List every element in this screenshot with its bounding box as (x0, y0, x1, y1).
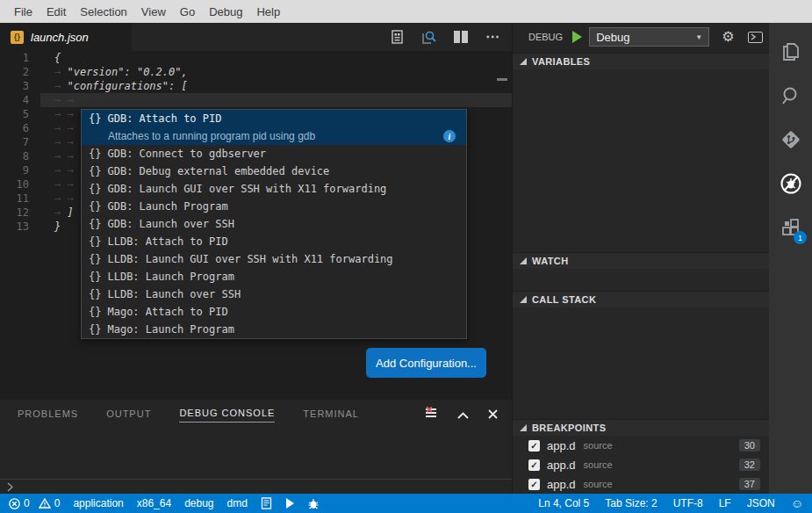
checkbox-checked-icon[interactable]: ✓ (528, 440, 540, 452)
suggest-item-selected[interactable]: {} GDB: Attach to PID (82, 110, 466, 127)
tab-problems[interactable]: PROBLEMS (18, 408, 78, 423)
line-number[interactable]: 5 (0, 107, 40, 121)
document-icon[interactable] (261, 497, 272, 509)
gear-icon[interactable]: ⚙ (722, 30, 734, 44)
split-editor-icon[interactable] (454, 31, 468, 43)
cursor-position[interactable]: Ln 4, Col 5 (538, 497, 589, 509)
snippet-braces-icon: {} (89, 235, 101, 248)
explorer-icon[interactable] (769, 30, 812, 74)
section-call-stack[interactable]: CALL STACK (513, 291, 769, 307)
section-watch[interactable]: WATCH (513, 252, 769, 269)
encoding[interactable]: UTF-8 (673, 497, 703, 509)
debug-configuration-select[interactable]: Debug ▼ (589, 27, 709, 47)
line-number[interactable]: 7 (0, 135, 40, 149)
suggest-item[interactable]: {}LLDB: Attach to PID (82, 233, 466, 250)
menu-go[interactable]: Go (173, 5, 202, 18)
breakpoint-row[interactable]: ✓ app.d source 32 (513, 455, 769, 474)
architecture[interactable]: x86_64 (137, 497, 171, 509)
menu-file[interactable]: File (7, 5, 40, 18)
maximize-panel-icon[interactable] (457, 407, 469, 423)
call-stack-body (513, 307, 769, 418)
menu-view[interactable]: View (134, 5, 173, 18)
code-line: 2→ "version": "0.2.0", (0, 65, 512, 79)
code-line: 3→ "configurations": [ (0, 79, 512, 93)
add-configuration-button[interactable]: Add Configuration... (366, 348, 486, 378)
bug-icon[interactable] (307, 498, 320, 509)
build-type[interactable]: application (73, 497, 123, 509)
tab-size[interactable]: Tab Size: 2 (605, 497, 657, 509)
suggest-item[interactable]: {}GDB: Connect to gdbserver (82, 145, 466, 163)
feedback-smiley-icon[interactable]: ☺ (791, 497, 803, 509)
suggest-item[interactable]: {}GDB: Launch Program (82, 198, 466, 215)
section-variables[interactable]: VARIABLES (513, 53, 769, 69)
checkbox-checked-icon[interactable]: ✓ (528, 459, 540, 471)
line-number[interactable]: 13 (0, 220, 40, 234)
json-file-icon: {} (11, 31, 24, 44)
section-breakpoints[interactable]: BREAKPOINTS (513, 419, 769, 436)
menu-help[interactable]: Help (249, 5, 287, 18)
clear-console-icon[interactable] (424, 407, 438, 423)
tab-output[interactable]: OUTPUT (106, 408, 151, 423)
tab-launch-json[interactable]: {} launch.json (0, 23, 132, 51)
expanded-triangle-icon (520, 296, 527, 303)
suggest-item[interactable]: {}LLDB: Launch GUI over SSH with X11 for… (82, 250, 466, 268)
extensions-icon[interactable]: 1 (769, 206, 812, 249)
tab-terminal[interactable]: TERMINAL (303, 408, 359, 423)
tab-debug-console[interactable]: DEBUG CONSOLE (179, 407, 275, 423)
line-badge: 37 (739, 478, 760, 490)
suggest-item[interactable]: {}GDB: Launch over SSH (82, 215, 466, 233)
run-icon[interactable] (285, 498, 294, 509)
debug-toolbar: DEBUG Debug ▼ ⚙ (513, 23, 769, 51)
eol-sequence[interactable]: LF (719, 497, 731, 509)
compiler[interactable]: dmd (227, 497, 248, 509)
suggest-item[interactable]: {}Mago: Launch Program (82, 321, 466, 338)
file-outline-icon[interactable] (391, 30, 404, 44)
code-editor[interactable]: 1{ 2→ "version": "0.2.0", 3→ "configurat… (0, 51, 512, 400)
suggest-item[interactable]: {}GDB: Debug external embedded device (82, 163, 466, 180)
breakpoint-row[interactable]: ✓ app.d source 30 (513, 436, 769, 455)
snippet-braces-icon: {} (89, 183, 101, 195)
expanded-triangle-icon (520, 257, 527, 264)
line-number[interactable]: 11 (0, 191, 40, 206)
editor-title-actions: ⋯ (391, 23, 512, 51)
line-number[interactable]: 6 (0, 121, 40, 135)
suggest-item[interactable]: {}LLDB: Launch over SSH (82, 285, 466, 303)
debug-icon[interactable] (769, 162, 812, 206)
more-actions-icon[interactable]: ⋯ (485, 33, 499, 41)
snippet-braces-icon: {} (89, 288, 101, 300)
problems-status[interactable]: 0 0 (9, 497, 60, 509)
breakpoint-row[interactable]: ✓ app.d source 37 (513, 474, 769, 494)
line-badge: 30 (739, 439, 760, 452)
line-number[interactable]: 10 (0, 177, 40, 191)
source-control-icon[interactable] (769, 118, 812, 162)
line-number[interactable]: 2 (0, 65, 40, 79)
line-number[interactable]: 3 (0, 79, 40, 93)
code-line-current: 4→ → (0, 93, 512, 107)
snippet-braces-icon: {} (89, 218, 101, 230)
suggest-item[interactable]: {}LLDB: Launch Program (82, 268, 466, 285)
menu-debug[interactable]: Debug (202, 5, 249, 18)
line-number[interactable]: 8 (0, 149, 40, 163)
suggest-widget: {} GDB: Attach to PID Attaches to a runn… (81, 109, 467, 339)
checkbox-checked-icon[interactable]: ✓ (528, 479, 540, 490)
line-number[interactable]: 4 (0, 93, 40, 107)
line-number[interactable]: 12 (0, 206, 40, 220)
start-debug-icon[interactable] (571, 31, 582, 43)
close-panel-icon[interactable] (488, 407, 498, 423)
line-number[interactable]: 9 (0, 163, 40, 177)
build-mode[interactable]: debug (184, 497, 213, 509)
error-icon (9, 498, 20, 509)
language-mode[interactable]: JSON (747, 497, 775, 509)
suggest-item[interactable]: {}GDB: Launch GUI over SSH with X11 forw… (82, 180, 466, 198)
search-icon[interactable] (769, 74, 812, 118)
line-number[interactable]: 1 (0, 51, 40, 65)
menu-selection[interactable]: Selection (73, 5, 133, 18)
file-search-icon[interactable] (421, 30, 436, 44)
debug-console-icon[interactable] (748, 32, 763, 43)
chevron-down-icon: ▼ (695, 33, 702, 41)
extensions-badge: 1 (794, 231, 807, 244)
suggest-item[interactable]: {}Mago: Attach to PID (82, 303, 466, 321)
debug-console-input[interactable] (0, 479, 512, 494)
info-icon[interactable]: i (443, 130, 456, 142)
menu-edit[interactable]: Edit (40, 5, 73, 18)
